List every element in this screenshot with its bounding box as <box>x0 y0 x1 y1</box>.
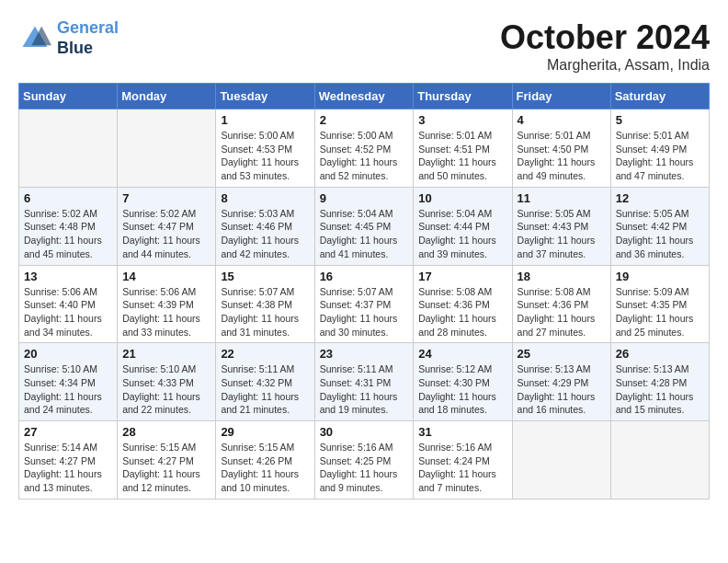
day-info: Sunrise: 5:06 AMSunset: 4:40 PMDaylight:… <box>24 285 112 339</box>
calendar-day-cell: 26Sunrise: 5:13 AMSunset: 4:28 PMDayligh… <box>610 343 709 421</box>
day-info: Sunrise: 5:10 AMSunset: 4:33 PMDaylight:… <box>122 362 210 417</box>
day-info: Sunrise: 5:11 AMSunset: 4:32 PMDaylight:… <box>221 362 309 417</box>
day-info: Sunrise: 5:09 AMSunset: 4:35 PMDaylight:… <box>616 285 704 339</box>
calendar-day-cell: 31Sunrise: 5:16 AMSunset: 4:24 PMDayligh… <box>414 421 512 500</box>
day-number: 12 <box>616 191 704 205</box>
calendar-day-cell: 12Sunrise: 5:05 AMSunset: 4:42 PMDayligh… <box>610 187 709 265</box>
calendar-day-cell: 10Sunrise: 5:04 AMSunset: 4:44 PMDayligh… <box>414 187 512 265</box>
day-of-week-header: Friday <box>512 84 610 109</box>
day-number: 29 <box>221 425 309 439</box>
day-number: 14 <box>122 270 210 283</box>
calendar-day-cell: 7Sunrise: 5:02 AMSunset: 4:47 PMDaylight… <box>118 187 216 265</box>
day-number: 13 <box>24 270 112 283</box>
day-number: 24 <box>418 347 506 361</box>
calendar-day-cell: 23Sunrise: 5:11 AMSunset: 4:31 PMDayligh… <box>314 343 414 421</box>
day-number: 17 <box>418 270 506 283</box>
calendar-day-cell: 25Sunrise: 5:13 AMSunset: 4:29 PMDayligh… <box>512 343 610 421</box>
day-number: 22 <box>221 347 309 361</box>
day-info: Sunrise: 5:10 AMSunset: 4:34 PMDaylight:… <box>24 362 112 417</box>
day-number: 20 <box>24 347 112 361</box>
day-number: 7 <box>122 191 210 205</box>
day-number: 25 <box>518 347 606 361</box>
day-info: Sunrise: 5:14 AMSunset: 4:27 PMDaylight:… <box>24 441 112 495</box>
day-info: Sunrise: 5:07 AMSunset: 4:37 PMDaylight:… <box>320 285 409 339</box>
calendar-day-cell: 21Sunrise: 5:10 AMSunset: 4:33 PMDayligh… <box>118 343 216 421</box>
calendar-day-cell: 4Sunrise: 5:01 AMSunset: 4:50 PMDaylight… <box>512 109 610 188</box>
calendar-day-cell: 14Sunrise: 5:06 AMSunset: 4:39 PMDayligh… <box>118 265 216 343</box>
day-info: Sunrise: 5:05 AMSunset: 4:42 PMDaylight:… <box>616 207 704 261</box>
day-info: Sunrise: 5:05 AMSunset: 4:43 PMDaylight:… <box>518 207 606 261</box>
day-info: Sunrise: 5:13 AMSunset: 4:29 PMDaylight:… <box>518 362 606 417</box>
day-info: Sunrise: 5:15 AMSunset: 4:26 PMDaylight:… <box>221 441 309 495</box>
day-number: 26 <box>616 347 704 361</box>
day-number: 16 <box>320 270 409 283</box>
logo: GeneralBlue <box>18 18 119 58</box>
day-of-week-header: Saturday <box>610 84 709 109</box>
day-info: Sunrise: 5:16 AMSunset: 4:25 PMDaylight:… <box>320 441 409 495</box>
day-number: 6 <box>24 191 112 205</box>
calendar-day-cell: 5Sunrise: 5:01 AMSunset: 4:49 PMDaylight… <box>610 109 709 188</box>
page-header: GeneralBlue October 2024 Margherita, Ass… <box>18 18 710 74</box>
day-info: Sunrise: 5:16 AMSunset: 4:24 PMDaylight:… <box>418 441 506 495</box>
day-info: Sunrise: 5:01 AMSunset: 4:49 PMDaylight:… <box>616 129 704 183</box>
day-number: 1 <box>221 113 309 127</box>
title-block: October 2024 Margherita, Assam, India <box>500 18 710 74</box>
day-info: Sunrise: 5:08 AMSunset: 4:36 PMDaylight:… <box>518 285 606 339</box>
month-title: October 2024 <box>500 18 710 57</box>
day-info: Sunrise: 5:07 AMSunset: 4:38 PMDaylight:… <box>221 285 309 339</box>
calendar-day-cell: 9Sunrise: 5:04 AMSunset: 4:45 PMDaylight… <box>314 187 414 265</box>
day-number: 4 <box>518 113 606 127</box>
day-number: 23 <box>320 347 409 361</box>
calendar-week-row: 6Sunrise: 5:02 AMSunset: 4:48 PMDaylight… <box>19 187 710 265</box>
day-info: Sunrise: 5:02 AMSunset: 4:47 PMDaylight:… <box>122 207 210 261</box>
day-info: Sunrise: 5:11 AMSunset: 4:31 PMDaylight:… <box>320 362 409 417</box>
day-of-week-header: Monday <box>118 84 216 109</box>
calendar-day-cell <box>19 109 118 188</box>
calendar-day-cell <box>610 421 709 500</box>
calendar-day-cell <box>118 109 216 188</box>
day-number: 27 <box>24 425 112 439</box>
calendar-day-cell: 17Sunrise: 5:08 AMSunset: 4:36 PMDayligh… <box>414 265 512 343</box>
day-info: Sunrise: 5:15 AMSunset: 4:27 PMDaylight:… <box>122 441 210 495</box>
calendar-day-cell: 6Sunrise: 5:02 AMSunset: 4:48 PMDaylight… <box>19 187 118 265</box>
calendar-day-cell: 18Sunrise: 5:08 AMSunset: 4:36 PMDayligh… <box>512 265 610 343</box>
calendar-day-cell: 19Sunrise: 5:09 AMSunset: 4:35 PMDayligh… <box>610 265 709 343</box>
day-of-week-header: Sunday <box>19 84 118 109</box>
day-number: 31 <box>418 425 506 439</box>
day-number: 19 <box>616 270 704 283</box>
calendar-day-cell: 8Sunrise: 5:03 AMSunset: 4:46 PMDaylight… <box>216 187 314 265</box>
day-info: Sunrise: 5:01 AMSunset: 4:50 PMDaylight:… <box>518 129 606 183</box>
day-of-week-header: Thursday <box>414 84 512 109</box>
day-number: 2 <box>320 113 409 127</box>
calendar-day-cell: 16Sunrise: 5:07 AMSunset: 4:37 PMDayligh… <box>314 265 414 343</box>
calendar-day-cell <box>512 421 610 500</box>
day-info: Sunrise: 5:06 AMSunset: 4:39 PMDaylight:… <box>122 285 210 339</box>
calendar-week-row: 20Sunrise: 5:10 AMSunset: 4:34 PMDayligh… <box>19 343 710 421</box>
day-number: 5 <box>616 113 704 127</box>
day-number: 28 <box>122 425 210 439</box>
calendar-day-cell: 22Sunrise: 5:11 AMSunset: 4:32 PMDayligh… <box>216 343 314 421</box>
day-number: 10 <box>418 191 506 205</box>
day-info: Sunrise: 5:00 AMSunset: 4:53 PMDaylight:… <box>221 129 309 183</box>
day-info: Sunrise: 5:02 AMSunset: 4:48 PMDaylight:… <box>24 207 112 261</box>
day-number: 3 <box>418 113 506 127</box>
day-of-week-header: Tuesday <box>216 84 314 109</box>
calendar-day-cell: 11Sunrise: 5:05 AMSunset: 4:43 PMDayligh… <box>512 187 610 265</box>
day-info: Sunrise: 5:00 AMSunset: 4:52 PMDaylight:… <box>320 129 409 183</box>
day-number: 9 <box>320 191 409 205</box>
calendar-day-cell: 15Sunrise: 5:07 AMSunset: 4:38 PMDayligh… <box>216 265 314 343</box>
calendar-week-row: 1Sunrise: 5:00 AMSunset: 4:53 PMDaylight… <box>19 109 710 188</box>
day-number: 30 <box>320 425 409 439</box>
calendar-table: SundayMondayTuesdayWednesdayThursdayFrid… <box>18 83 710 500</box>
day-info: Sunrise: 5:03 AMSunset: 4:46 PMDaylight:… <box>221 207 309 261</box>
day-info: Sunrise: 5:08 AMSunset: 4:36 PMDaylight:… <box>418 285 506 339</box>
logo-icon <box>18 22 51 55</box>
day-of-week-header: Wednesday <box>314 84 414 109</box>
day-number: 11 <box>518 191 606 205</box>
calendar-week-row: 27Sunrise: 5:14 AMSunset: 4:27 PMDayligh… <box>19 421 710 500</box>
calendar-day-cell: 27Sunrise: 5:14 AMSunset: 4:27 PMDayligh… <box>19 421 118 500</box>
day-info: Sunrise: 5:01 AMSunset: 4:51 PMDaylight:… <box>418 129 506 183</box>
calendar-day-cell: 20Sunrise: 5:10 AMSunset: 4:34 PMDayligh… <box>19 343 118 421</box>
calendar-day-cell: 3Sunrise: 5:01 AMSunset: 4:51 PMDaylight… <box>414 109 512 188</box>
calendar-day-cell: 2Sunrise: 5:00 AMSunset: 4:52 PMDaylight… <box>314 109 414 188</box>
